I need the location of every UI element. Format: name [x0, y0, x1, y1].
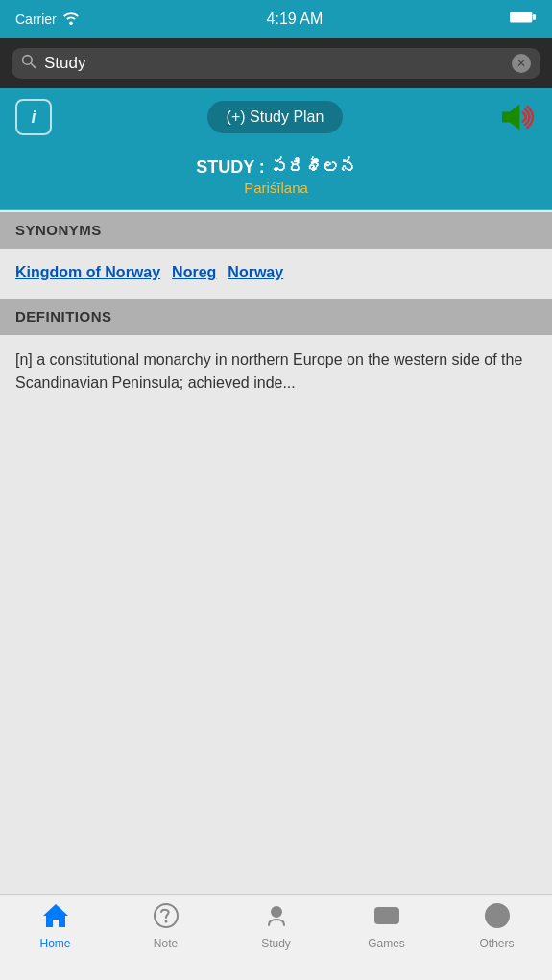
svg-point-12: [389, 913, 392, 916]
synonyms-header: SYNONYMS: [0, 212, 552, 249]
svg-point-16: [495, 914, 499, 918]
tab-games-label: Games: [368, 937, 405, 950]
tab-others-label: Others: [479, 937, 514, 950]
close-icon: ✕: [516, 57, 526, 70]
word-english-line: STUDY : పరిశీలన: [15, 157, 537, 178]
others-icon: [484, 902, 511, 933]
games-icon: [373, 902, 400, 933]
status-time: 4:19 AM: [267, 11, 324, 28]
info-button[interactable]: i: [15, 99, 52, 135]
speaker-button[interactable]: [498, 100, 537, 134]
synonyms-content: Kingdom of Norway Noreg Norway: [0, 249, 552, 297]
word-header: STUDY : పరిశీలన Pariśīlana: [0, 146, 552, 210]
synonym-norway[interactable]: Norway: [228, 264, 283, 281]
info-icon: i: [31, 108, 36, 128]
speaker-icon: [498, 100, 537, 134]
word-english: STUDY : పరిశీలన: [196, 157, 356, 177]
tab-games[interactable]: Games: [331, 902, 442, 950]
definitions-header-text: DEFINITIONS: [15, 308, 112, 324]
tab-study[interactable]: Study: [221, 902, 331, 950]
action-bar: i (+) Study Plan: [0, 88, 552, 146]
tab-home[interactable]: Home: [0, 902, 110, 950]
svg-point-8: [272, 907, 281, 917]
definitions-header: DEFINITIONS: [0, 299, 552, 335]
search-input[interactable]: [44, 54, 504, 73]
svg-point-15: [491, 914, 494, 918]
home-icon: [41, 902, 70, 933]
wifi-icon: [62, 12, 80, 28]
tab-study-label: Study: [261, 937, 291, 950]
carrier-text: Carrier: [15, 12, 57, 27]
study-icon: [263, 902, 290, 933]
tab-others[interactable]: Others: [442, 902, 552, 950]
synonym-noreg[interactable]: Noreg: [172, 264, 216, 281]
svg-line-3: [31, 63, 35, 67]
svg-marker-4: [502, 104, 519, 130]
svg-point-7: [164, 920, 167, 923]
tab-bar: Home Note Study: [0, 894, 552, 980]
synonym-kingdom-of-norway[interactable]: Kingdom of Norway: [15, 264, 160, 281]
search-bar: ✕: [0, 38, 552, 88]
svg-rect-9: [375, 908, 398, 923]
synonyms-header-text: SYNONYMS: [15, 222, 102, 238]
svg-point-13: [392, 916, 395, 919]
study-plan-label: (+) Study Plan: [227, 108, 324, 125]
main-content: [0, 408, 552, 849]
search-icon: [21, 54, 36, 73]
status-left: Carrier: [15, 12, 80, 28]
tab-note-label: Note: [154, 937, 178, 950]
battery-icon: [510, 11, 537, 28]
status-right: [510, 11, 537, 28]
status-bar: Carrier 4:19 AM: [0, 0, 552, 38]
search-clear-button[interactable]: ✕: [512, 54, 531, 73]
svg-marker-5: [43, 904, 68, 927]
svg-point-17: [500, 914, 504, 918]
tab-home-label: Home: [39, 937, 70, 950]
svg-rect-1: [533, 14, 536, 20]
tab-note[interactable]: Note: [110, 902, 221, 950]
note-icon: [153, 902, 180, 933]
search-input-wrapper[interactable]: ✕: [12, 48, 540, 79]
word-transliteration: Pariśīlana: [15, 179, 537, 196]
study-plan-button[interactable]: (+) Study Plan: [207, 101, 344, 133]
definition-text: [n] a constitutional monarchy in norther…: [15, 351, 522, 391]
svg-rect-0: [510, 12, 532, 22]
definitions-content: [n] a constitutional monarchy in norther…: [0, 335, 552, 408]
